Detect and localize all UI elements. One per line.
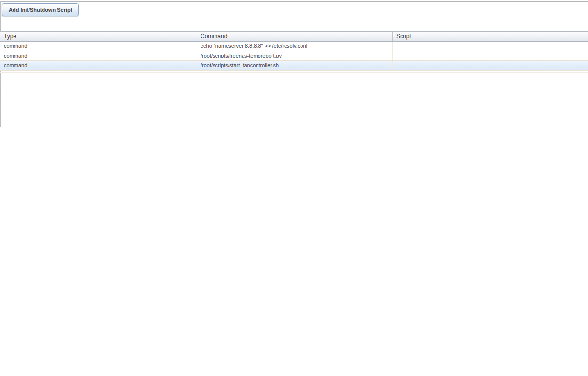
cell-command: echo "nameserver 8.8.8.8" >> /etc/resolv… <box>197 42 393 51</box>
cell-command: /root/scripts/start_fancontroller.sh <box>197 61 393 70</box>
add-init-shutdown-script-button[interactable]: Add Init/Shutdown Script <box>2 3 79 16</box>
cell-type: command <box>0 61 197 70</box>
toolbar: Add Init/Shutdown Script <box>2 3 79 16</box>
init-shutdown-scripts-table: Type Command Script command echo "namese… <box>0 31 588 73</box>
column-header-type[interactable]: Type <box>0 32 197 41</box>
table-row[interactable]: command /root/scripts/freenas-tempreport… <box>0 51 588 61</box>
cell-script <box>393 61 588 70</box>
table-row[interactable]: command /root/scripts/start_fancontrolle… <box>0 61 588 71</box>
column-header-script[interactable]: Script <box>393 32 588 41</box>
cell-type: command <box>0 51 197 60</box>
cell-script <box>393 51 588 60</box>
table-row[interactable]: command echo "nameserver 8.8.8.8" >> /et… <box>0 42 588 51</box>
table-footer-spacer <box>0 71 588 73</box>
cell-script <box>393 42 588 51</box>
panel-top-border <box>0 1 588 2</box>
cell-type: command <box>0 42 197 51</box>
table-header-row: Type Command Script <box>0 31 588 42</box>
cell-command: /root/scripts/freenas-tempreport.py <box>197 51 393 60</box>
column-header-command[interactable]: Command <box>197 32 393 41</box>
